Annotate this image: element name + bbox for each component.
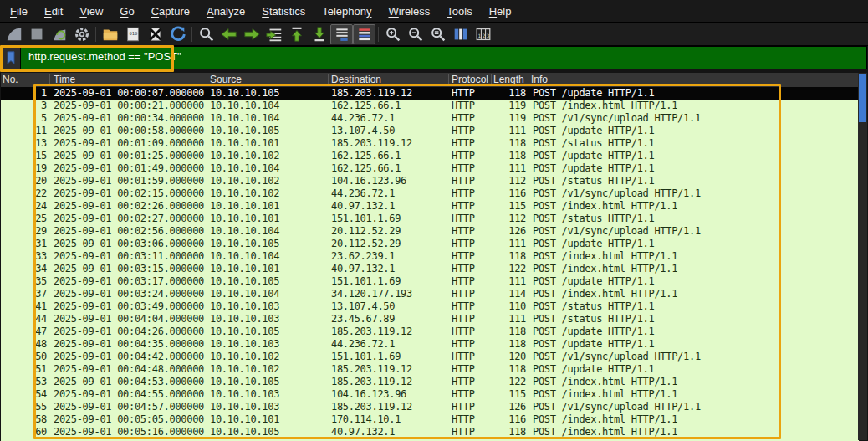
cell-len: 118 (491, 250, 526, 263)
cell-info: POST /index.html HTTP/1.1 (533, 413, 677, 426)
cell-proto: HTTP (452, 125, 475, 137)
stop-capture-button[interactable] (25, 24, 48, 44)
packet-row[interactable]: 582025-09-01 00:05:05.00000010.10.10.101… (1, 413, 859, 426)
column-header-info[interactable]: Info (531, 73, 548, 87)
go-to-packet-button[interactable] (263, 24, 285, 44)
go-first-packet-button[interactable] (285, 24, 308, 44)
column-separator[interactable] (207, 74, 207, 86)
packet-row[interactable]: 292025-09-01 00:02:56.00000010.10.10.104… (1, 225, 859, 238)
packet-row[interactable]: 52025-09-01 00:00:34.00000010.10.10.1044… (1, 112, 859, 125)
svg-text:2: 2 (482, 32, 485, 38)
menu-telephony[interactable]: Telephony (314, 2, 380, 21)
go-last-packet-button[interactable] (308, 24, 330, 44)
packet-row[interactable]: 472025-09-01 00:04:26.00000010.10.10.105… (1, 326, 859, 338)
menu-go[interactable]: Go (111, 2, 142, 21)
column-header-no[interactable]: No. (3, 73, 18, 87)
restart-capture-button[interactable] (48, 24, 70, 44)
cell-dst: 13.107.4.50 (331, 125, 395, 137)
menu-analyze[interactable]: Analyze (198, 2, 253, 21)
start-capture-button[interactable] (3, 24, 25, 44)
packet-row[interactable]: 312025-09-01 00:03:06.00000010.10.10.105… (1, 238, 859, 250)
menu-view[interactable]: View (71, 2, 111, 21)
menu-statistics[interactable]: Statistics (253, 2, 314, 21)
cell-proto: HTTP (452, 263, 475, 275)
open-file-button[interactable] (99, 24, 121, 44)
cell-time: 2025-09-01 00:04:53.000000 (54, 376, 204, 388)
cell-proto: HTTP (452, 388, 475, 401)
display-columns-button[interactable]: 123 (472, 24, 494, 44)
cell-src: 10.10.10.102 (210, 187, 279, 200)
column-separator[interactable] (491, 74, 492, 86)
cell-src: 10.10.10.104 (210, 162, 279, 175)
cell-dst: 185.203.119.12 (331, 87, 412, 100)
vertical-scrollbar[interactable] (858, 73, 867, 440)
packet-row[interactable]: 252025-09-01 00:02:27.00000010.10.10.101… (1, 213, 859, 225)
packet-row[interactable]: 192025-09-01 00:01:49.00000010.10.10.104… (1, 162, 859, 175)
column-header-destination[interactable]: Destination (331, 73, 381, 87)
reload-file-button[interactable] (166, 24, 189, 44)
cell-info: POST /v1/sync/upload HTTP/1.1 (533, 112, 701, 125)
go-to-packet-icon (265, 25, 283, 44)
packet-row[interactable]: 222025-09-01 00:02:15.00000010.10.10.102… (1, 187, 859, 200)
close-file-button[interactable] (144, 24, 166, 44)
packet-row[interactable]: 132025-09-01 00:01:09.00000010.10.10.101… (1, 137, 859, 150)
packet-row[interactable]: 512025-09-01 00:04:48.00000010.10.10.102… (1, 363, 859, 376)
resize-columns-button[interactable] (449, 24, 472, 44)
cell-info: POST /update HTTP/1.1 (533, 338, 654, 351)
zoom-original-button[interactable] (426, 24, 449, 44)
packet-row[interactable]: 352025-09-01 00:03:17.00000010.10.10.105… (1, 275, 859, 288)
scrollbar-thumb[interactable] (859, 74, 866, 122)
packet-row[interactable]: 542025-09-01 00:04:55.00000010.10.10.103… (1, 388, 859, 401)
packet-row[interactable]: 342025-09-01 00:03:15.00000010.10.10.101… (1, 263, 859, 275)
zoom-in-button[interactable] (381, 24, 404, 44)
cell-time: 2025-09-01 00:00:21.000000 (54, 100, 204, 112)
column-header-time[interactable]: Time (54, 73, 75, 87)
packet-row[interactable]: 532025-09-01 00:04:53.00000010.10.10.105… (1, 376, 859, 388)
column-separator[interactable] (528, 74, 528, 86)
cell-info: POST /update HTTP/1.1 (533, 162, 654, 175)
packet-row[interactable]: 32025-09-01 00:00:21.00000010.10.10.1041… (1, 100, 859, 112)
column-separator[interactable] (49, 74, 50, 86)
find-packet-button[interactable] (195, 24, 217, 44)
menu-edit[interactable]: Edit (36, 2, 71, 21)
packet-row[interactable]: 12025-09-01 00:00:07.00000010.10.10.1051… (1, 87, 859, 100)
menu-tools[interactable]: Tools (438, 2, 480, 21)
column-header-source[interactable]: Source (210, 73, 242, 87)
column-header-protocol[interactable]: Protocol (452, 73, 488, 87)
menu-wireless[interactable]: Wireless (380, 2, 439, 21)
packet-row[interactable]: 372025-09-01 00:03:24.00000010.10.10.104… (1, 288, 859, 300)
colorize-icon (356, 26, 373, 43)
go-back-button[interactable] (217, 24, 240, 44)
column-separator[interactable] (448, 74, 449, 86)
packet-row[interactable]: 112025-09-01 00:00:58.00000010.10.10.105… (1, 125, 859, 137)
packet-row[interactable]: 502025-09-01 00:04:42.00000010.10.10.102… (1, 351, 859, 363)
save-file-button[interactable]: 010 (121, 24, 144, 44)
menu-capture[interactable]: Capture (143, 2, 198, 21)
packet-row[interactable]: 412025-09-01 00:03:49.00000010.10.10.103… (1, 300, 859, 313)
packet-row[interactable]: 242025-09-01 00:02:26.00000010.10.10.101… (1, 200, 859, 213)
packet-row[interactable]: 442025-09-01 00:04:04.00000010.10.10.103… (1, 313, 859, 326)
cell-proto: HTTP (452, 413, 475, 426)
capture-options-button[interactable] (70, 24, 93, 44)
cell-dst: 20.112.52.29 (331, 238, 401, 250)
cell-time: 2025-09-01 00:03:24.000000 (54, 288, 204, 300)
packet-row[interactable]: 602025-09-01 00:05:16.00000010.10.10.105… (1, 426, 859, 438)
packet-row[interactable]: 152025-09-01 00:01:25.00000010.10.10.102… (1, 150, 859, 162)
packet-list[interactable]: 12025-09-01 00:00:07.00000010.10.10.1051… (1, 87, 859, 441)
packet-row[interactable]: 332025-09-01 00:03:11.00000010.10.10.104… (1, 250, 859, 263)
filter-bookmark-button[interactable] (2, 47, 21, 69)
packet-row[interactable]: 202025-09-01 00:01:59.00000010.10.10.102… (1, 175, 859, 187)
zoom-out-button[interactable] (404, 24, 426, 44)
display-filter-input[interactable]: http.request.method == "POST" (21, 47, 181, 69)
column-header-length[interactable]: Length (493, 73, 524, 87)
go-forward-button[interactable] (240, 24, 263, 44)
auto-scroll-toggle[interactable] (330, 24, 353, 44)
cell-no: 25 (1, 213, 47, 225)
menu-file[interactable]: File (2, 2, 36, 21)
column-separator[interactable] (328, 74, 329, 86)
cell-no: 48 (1, 338, 47, 351)
packet-row[interactable]: 552025-09-01 00:04:57.00000010.10.10.103… (1, 401, 859, 413)
menu-help[interactable]: Help (481, 2, 520, 21)
colorize-toggle[interactable] (353, 24, 375, 44)
packet-row[interactable]: 482025-09-01 00:04:35.00000010.10.10.103… (1, 338, 859, 351)
